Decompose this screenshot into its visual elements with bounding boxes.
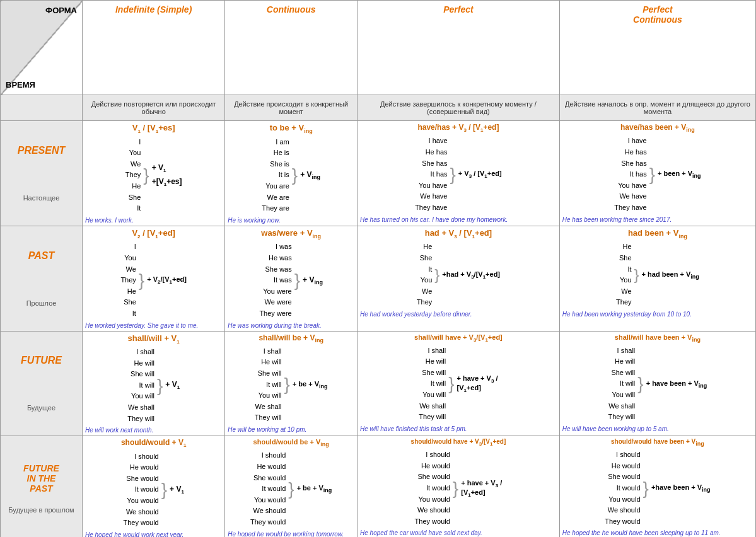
past-simple-cell: V2 / [V1+ed] I You We They He She It } +…: [83, 226, 225, 331]
future-simple-example: He will work next month.: [85, 427, 222, 434]
main-table: ФОРМА ВРЕМЯ Indefinite (Simple) Continuo…: [0, 0, 756, 537]
fitp-perfect-continuous-cell: should/would have been + Ving I should H…: [559, 436, 755, 537]
past-perfect-continuous-cell: had been + Ving He She It You We They } …: [559, 226, 755, 331]
col1-desc: Действие повторяется или происходит обыч…: [83, 95, 225, 121]
present-continuous-formula: to be + Ving: [228, 123, 354, 134]
present-simple-formula: V1 / [V1+es]: [85, 123, 222, 134]
future-label-cell: Future Будущее: [1, 331, 83, 436]
present-perfect-cont-example: He has been working there since 2017.: [562, 216, 753, 223]
fitp-simple-cell: should/would + V1 I should He would She …: [83, 436, 225, 537]
past-perfect-cell: had + V3 / [V1+ed] He She It You We They…: [358, 226, 560, 331]
future-simple-cell: shall/will + V1 I shall He will She will…: [83, 331, 225, 436]
fitp-label-cell: Futurein thePast Будущее в прошлом: [1, 436, 83, 537]
col1-header: Indefinite (Simple): [83, 1, 225, 95]
future-perfect-cont-example: He will have been working up to 5 am.: [562, 425, 753, 432]
fitp-simple-example: He hoped he would work next year.: [85, 531, 222, 537]
present-label-cell: Present Настоящее: [1, 121, 83, 226]
col4-desc: Действие началось в опр. момент и длящее…: [559, 95, 755, 121]
fitp-continuous-cell: should/would be + Ving I should He would…: [225, 436, 358, 537]
future-sublabel: Будущее: [3, 404, 79, 412]
present-perfect-formula: have/has + V3 / [V1+ed]: [360, 123, 557, 133]
col4-header: Perfect Continuous: [559, 1, 755, 95]
present-sublabel: Настоящее: [3, 194, 79, 202]
col2-desc: Действие происходит в конкретный момент: [225, 95, 358, 121]
past-perfect-cont-example: He had been working yesterday from 10 to…: [562, 311, 753, 318]
present-perfect-example: He has turned on his car. I have done my…: [360, 216, 557, 223]
empty-desc: [1, 95, 83, 121]
past-simple-example: He worked yesterday. She gave it to me.: [85, 322, 222, 329]
forma-label: ФОРМА: [45, 6, 77, 15]
fitp-label: Futurein thePast: [3, 463, 79, 494]
forma-vremya-cell: ФОРМА ВРЕМЯ: [1, 1, 83, 95]
past-continuous-example: He was working during the break.: [228, 322, 354, 329]
present-simple-cell: V1 / [V1+es] I You We They He She It } +…: [83, 121, 225, 226]
present-label: Present: [3, 145, 79, 156]
present-simple-example: He works. I work.: [85, 217, 222, 224]
past-perfect-example: He had worked yesterday before dinner.: [360, 311, 557, 318]
present-continuous-example: He is working now.: [228, 217, 354, 224]
past-label-cell: Past Прошлое: [1, 226, 83, 331]
future-label: Future: [3, 355, 79, 366]
future-continuous-example: He will be working at 10 pm.: [228, 426, 354, 433]
fitp-sublabel: Будущее в прошлом: [3, 506, 79, 514]
vremya-label: ВРЕМЯ: [6, 80, 35, 90]
present-perfect-cell: have/has + V3 / [V1+ed] I have He has Sh…: [358, 121, 560, 226]
past-continuous-cell: was/were + Ving I was He was She was It …: [225, 226, 358, 331]
fitp-perfect-cont-example: He hoped the he would have been sleeping…: [562, 529, 753, 536]
past-sublabel: Прошлое: [3, 299, 79, 307]
future-perfect-cell: shall/will have + V3/[V1+ed] I shall He …: [358, 331, 560, 436]
present-continuous-cell: to be + Ving I am He is She is It is You…: [225, 121, 358, 226]
past-label: Past: [3, 250, 79, 262]
col3-header: Perfect: [358, 1, 560, 95]
present-perfect-cont-formula: have/has been + Ving: [562, 123, 753, 133]
future-perfect-example: He will have finished this task at 5 pm.: [360, 425, 557, 432]
present-perfect-continuous-cell: have/has been + Ving I have He has She h…: [559, 121, 755, 226]
present-simple-main: I You We They He She It } + V1 +[V1+es]: [85, 137, 222, 214]
fitp-perfect-cell: should/would have + V3/[V1+ed] I should …: [358, 436, 560, 537]
future-perfect-continuous-cell: shall/will have been + Ving I shall He w…: [559, 331, 755, 436]
col3-desc: Действие завершилось к конкретному момен…: [358, 95, 560, 121]
fitp-perfect-example: He hoped the car would have sold next da…: [360, 529, 557, 536]
fitp-continuous-example: He hoped he would be working tomorrow.: [228, 531, 354, 537]
future-continuous-cell: shall/will be + Ving I shall He will She…: [225, 331, 358, 436]
col2-header: Continuous: [225, 1, 358, 95]
